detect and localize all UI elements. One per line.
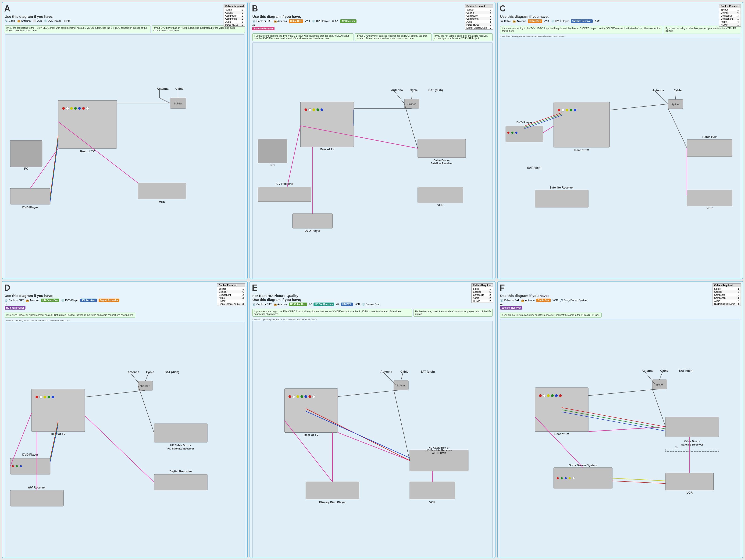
svg-text:Satellite Receiver: Satellite Receiver (549, 186, 574, 189)
cable-name-e-0: Splitter (472, 287, 488, 290)
cable-name-c-0: Splitter (719, 8, 736, 11)
device-sat-c: SAT (594, 20, 600, 23)
svg-point-9 (62, 107, 65, 109)
svg-text:SAT (dish): SAT (dish) (421, 370, 435, 373)
note-e-1: For best results, check the cable box's … (414, 309, 493, 317)
badge-avreceiver-b: AV Receiver (340, 20, 356, 23)
cable-qty-e-4: 2 (488, 299, 493, 302)
panel-b-notes: If you are connecting to the TV's VIDEO … (252, 33, 492, 41)
cable-name-a-2: Composite (224, 14, 240, 17)
or-e-1: or (309, 302, 312, 306)
badge-hdsatreceiver-d: HD Sat Receiver (5, 306, 26, 309)
panel-f-content: Use this diagram if you have; 📡 Cable or… (500, 294, 740, 558)
cable-name-a-4: Audio (224, 20, 240, 23)
panel-f-devices: 📡 Cable or SAT 📻 Antenna Cable Box VCR 🎵… (500, 299, 740, 302)
cable-qty-f-5: 1 (736, 302, 741, 305)
panel-c-use-label: Use this diagram if you have; (500, 14, 740, 19)
cable-qty-c-3: 1 (736, 17, 741, 20)
panel-b: B Use this diagram if you have; 📡 Cable … (250, 2, 495, 279)
badge-cablebox-b: Cable Box (289, 20, 303, 23)
svg-text:Cable: Cable (400, 370, 408, 373)
cables-table-d: Cables Required Splitter1 Coaxial6 Compo… (217, 284, 245, 306)
badge-avreceiver-d: AV Receiver (80, 299, 97, 302)
svg-line-188 (659, 371, 663, 380)
device-antenna-d: 📻 Antenna (26, 299, 39, 302)
badge-hddvr-e: HD DVR (341, 302, 353, 306)
cable-qty-b-2: 2 (489, 14, 493, 17)
panel-b-extra: Satellite Receiver (252, 27, 492, 30)
svg-text:SAT (dish): SAT (dish) (527, 166, 542, 169)
panel-d-extra: HD Sat Receiver (5, 306, 245, 309)
panel-d-top: Use this diagram if you have; 📡 Cable or… (5, 294, 245, 310)
cable-name-d-3: Audio (217, 296, 241, 299)
svg-rect-16 (10, 140, 42, 167)
svg-text:Splitter: Splitter (655, 383, 664, 386)
svg-point-167 (539, 394, 542, 397)
svg-text:Splitter: Splitter (141, 385, 150, 387)
svg-point-137 (296, 395, 299, 398)
cable-qty-f-2: 3 (736, 293, 741, 296)
note-b-2: If you are not using a cable box or sate… (433, 33, 493, 41)
svg-point-38 (317, 108, 319, 111)
svg-point-183 (569, 477, 571, 479)
cable-name-e-4: HDMI* (472, 299, 488, 302)
cable-name-b-0: Splitter (465, 8, 489, 11)
svg-point-76 (515, 132, 517, 134)
svg-text:Cable Box or: Cable Box or (433, 159, 450, 162)
cable-qty-a-0: 1 (240, 8, 245, 11)
cable-name-f-0: Splitter (713, 287, 737, 290)
cable-name-d-1: Coaxial (217, 290, 241, 293)
panel-letter-a: A (4, 4, 10, 13)
diagram-svg-c: Antenna Cable Splitter Rear of TV DVD Pl… (500, 38, 740, 279)
cable-name-a-3: Component (224, 17, 240, 20)
device-cable-sat-e: 📡 Cable or SAT (252, 303, 271, 306)
panel-d-header: Use this diagram if you have; 📡 Cable or… (5, 294, 245, 310)
svg-point-14 (82, 107, 85, 109)
cable-qty-b-0: 1 (489, 8, 493, 11)
cable-name-a-0: Splitter (224, 8, 240, 11)
cable-qty-a-3: 1 (240, 17, 245, 20)
device-cable-sat-d: 📡 Cable or SAT (5, 299, 24, 302)
cable-qty-d-3: 3 (241, 296, 245, 299)
panel-d-notes: If your DVD player or digital recorder h… (5, 312, 245, 318)
svg-text:Antenna: Antenna (381, 370, 392, 373)
svg-point-136 (292, 395, 295, 398)
svg-line-153 (394, 390, 410, 460)
svg-point-181 (560, 477, 562, 479)
svg-line-52 (412, 91, 412, 99)
cable-name-c-1: Coaxial (719, 11, 736, 14)
panel-b-use-label: Use this diagram if you have; (252, 14, 492, 19)
svg-rect-20 (138, 183, 186, 199)
svg-text:VCR: VCR (159, 200, 165, 204)
cables-title-c: Cables Required (719, 4, 741, 8)
cable-qty-e-1: 5 (488, 290, 493, 293)
or-e-2: or (336, 302, 339, 306)
device-cable-sat-f: 📡 Cable or SAT (500, 299, 519, 302)
note-b-1: If your DVD player or satellite receiver… (355, 33, 431, 41)
panel-f-use-label: Use this diagram if you have; (500, 294, 740, 298)
device-dvd-b: 💿 DVD Player (312, 20, 330, 23)
diagram-svg-a: Antenna Cable Splitter Rear of TV (5, 35, 245, 279)
cable-name-e-3: Audio (472, 296, 488, 299)
svg-text:Cable: Cable (660, 369, 668, 372)
cable-name-f-5: Digital Optical Audio (713, 302, 737, 305)
cable-name-c-3: Component (719, 17, 736, 20)
svg-rect-33 (301, 102, 354, 147)
svg-text:SAT (dish): SAT (dish) (679, 369, 693, 372)
cable-qty-d-1: 6 (241, 290, 245, 293)
svg-text:Cable: Cable (146, 370, 154, 373)
svg-rect-148 (410, 482, 455, 499)
svg-rect-45 (258, 187, 311, 202)
cable-qty-a-4: 3 (240, 20, 245, 23)
panel-letter-b: B (252, 4, 258, 13)
panel-a-devices: 📡 Cable 📻 Antenna ⬜ VCR 💿 DVD Player 🖥 P… (5, 20, 245, 23)
cable-qty-b-5: 1 (489, 23, 493, 26)
device-cable-sat-b: 📡 Cable or SAT (252, 20, 271, 23)
cable-qty-c-4: 4 (736, 20, 741, 23)
svg-text:Rear of TV: Rear of TV (554, 432, 569, 436)
panel-e-devices: 📡 Cable or SAT 📻 Antenna HD Cable Box or… (252, 302, 492, 306)
diagram-a: Antenna Cable Splitter Rear of TV (5, 34, 245, 279)
svg-rect-18 (10, 188, 50, 204)
svg-rect-173 (666, 417, 719, 437)
panel-letter-e: E (252, 283, 257, 293)
